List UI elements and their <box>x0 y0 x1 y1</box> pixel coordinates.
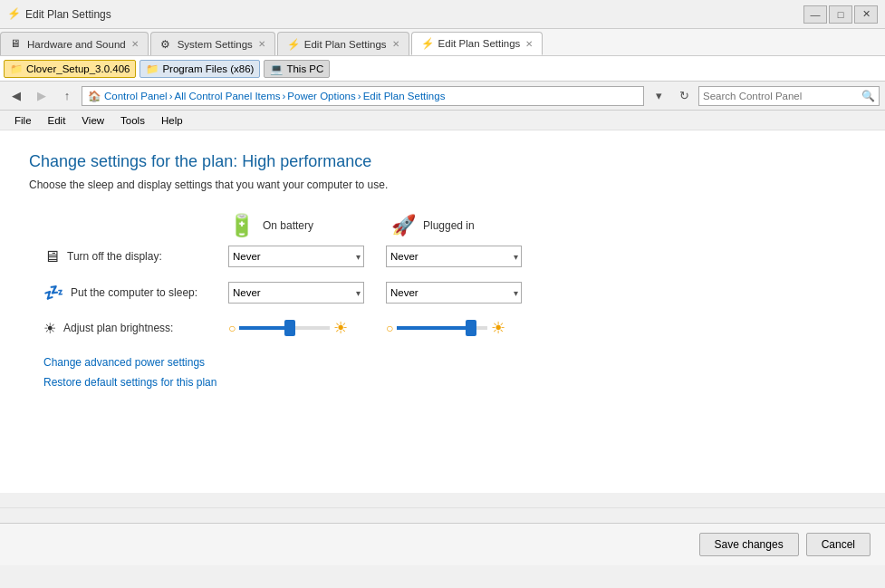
menu-help[interactable]: Help <box>154 113 190 128</box>
address-bar: ◀ ▶ ↑ 🏠 Control Panel › All Control Pane… <box>0 82 885 111</box>
sleep-icon: 💤 <box>43 283 63 303</box>
up-button[interactable]: ↑ <box>56 86 78 106</box>
breadcrumb-sep1: › <box>169 91 173 101</box>
computer-icon: 💻 <box>270 63 283 75</box>
tab-edit2-label: Edit Plan Settings <box>438 38 521 49</box>
brightness-controls: ○ ☀ ○ ☀ <box>228 318 522 338</box>
brightness-plugged-sun-min: ○ <box>386 321 393 335</box>
titlebar: ⚡ Edit Plan Settings — □ ✕ <box>0 0 885 29</box>
sleep-plugged-select[interactable]: Never 1 minute 5 minutes 10 minutes 15 m… <box>386 282 522 304</box>
sleep-label-text: Put the computer to sleep: <box>71 286 197 299</box>
display-row-label: 🖥 Turn off the display: <box>29 247 228 266</box>
qa-clover-label: Clover_Setup_3.0.406 <box>26 63 130 74</box>
display-label-text: Turn off the display: <box>67 250 162 263</box>
tab-edit1-label: Edit Plan Settings <box>304 39 387 50</box>
tab-edit1-close[interactable]: ✕ <box>392 39 399 49</box>
menu-file[interactable]: File <box>7 113 39 128</box>
on-battery-header: 🔋 On battery <box>228 213 391 238</box>
folder-blue-icon: 📁 <box>146 63 159 75</box>
breadcrumb-control-panel[interactable]: Control Panel <box>104 91 168 101</box>
sleep-battery-select-wrap: Never 1 minute 5 minutes 10 minutes 15 m… <box>228 282 364 304</box>
rocket-icon: 🚀 <box>391 214 416 237</box>
tab-system-close[interactable]: ✕ <box>258 39 265 49</box>
address-box[interactable]: 🏠 Control Panel › All Control Panel Item… <box>82 86 644 106</box>
qa-this-pc-label: This PC <box>286 63 323 74</box>
tab-edit1[interactable]: ⚡ Edit Plan Settings ✕ <box>277 32 409 55</box>
qa-this-pc[interactable]: 💻 This PC <box>264 60 330 78</box>
links-section: Change advanced power settings Restore d… <box>29 356 856 389</box>
brightness-plugged-slider[interactable] <box>397 320 487 336</box>
page-title: Change settings for the plan: High perfo… <box>29 152 856 171</box>
forward-button[interactable]: ▶ <box>31 86 53 106</box>
menu-edit[interactable]: Edit <box>41 113 73 128</box>
footer: Save changes Cancel <box>0 523 885 565</box>
brightness-battery-sun-min: ○ <box>228 321 236 335</box>
brightness-plugged-slider-group: ○ ☀ <box>386 318 522 338</box>
menu-tools[interactable]: Tools <box>113 113 152 128</box>
brightness-battery-slider-group: ○ ☀ <box>228 318 364 338</box>
search-input[interactable] <box>703 91 858 101</box>
window-title: Edit Plan Settings <box>25 8 803 21</box>
minimize-button[interactable]: — <box>803 5 827 24</box>
brightness-label-text: Adjust plan brightness: <box>63 322 173 334</box>
menu-bar: File Edit View Tools Help <box>0 111 885 130</box>
search-box[interactable]: 🔍 <box>698 86 880 106</box>
brightness-battery-slider[interactable] <box>239 320 330 336</box>
tab-system[interactable]: ⚙ System Settings ✕ <box>150 32 275 55</box>
hardware-tab-icon: 🖥 <box>10 38 23 51</box>
back-button[interactable]: ◀ <box>5 86 27 106</box>
main-content: Change settings for the plan: High perfo… <box>0 130 885 493</box>
breadcrumb-sep3: › <box>358 91 361 101</box>
qa-program-files[interactable]: 📁 Program Files (x86) <box>139 60 260 78</box>
breadcrumb-power-options[interactable]: Power Options <box>287 91 355 101</box>
display-row: 🖥 Turn off the display: Never 1 minute 5… <box>29 246 856 267</box>
save-button[interactable]: Save changes <box>699 533 799 556</box>
sleep-row: 💤 Put the computer to sleep: Never 1 min… <box>29 282 856 304</box>
brightness-battery-sun-max: ☀ <box>333 318 348 338</box>
display-row-controls: Never 1 minute 5 minutes 10 minutes 15 m… <box>228 246 522 267</box>
dropdown-button[interactable]: ▾ <box>648 86 669 106</box>
tab-bar: 🖥 Hardware and Sound ✕ ⚙ System Settings… <box>0 29 885 56</box>
system-tab-icon: ⚙ <box>160 38 173 51</box>
column-headers: 🔋 On battery 🚀 Plugged in <box>29 213 856 238</box>
window-controls: — □ ✕ <box>803 5 878 24</box>
breadcrumb-edit-plan: Edit Plan Settings <box>363 91 446 101</box>
restore-defaults-link[interactable]: Restore default settings for this plan <box>43 376 856 389</box>
advanced-power-link[interactable]: Change advanced power settings <box>43 356 856 369</box>
tab-edit2-close[interactable]: ✕ <box>525 39 533 49</box>
breadcrumb-sep2: › <box>283 91 286 101</box>
refresh-button[interactable]: ↻ <box>673 86 695 106</box>
tab-system-label: System Settings <box>178 39 253 50</box>
window-icon: ⚡ <box>7 7 22 22</box>
tab-edit2[interactable]: ⚡ Edit Plan Settings ✕ <box>411 32 544 55</box>
on-battery-label: On battery <box>263 219 313 232</box>
sleep-row-controls: Never 1 minute 5 minutes 10 minutes 15 m… <box>228 282 522 304</box>
qa-program-files-label: Program Files (x86) <box>162 63 254 74</box>
breadcrumb-all-items[interactable]: All Control Panel Items <box>175 91 281 101</box>
tab-hardware-label: Hardware and Sound <box>27 39 126 50</box>
menu-view[interactable]: View <box>74 113 111 128</box>
tab-hardware[interactable]: 🖥 Hardware and Sound ✕ <box>0 32 149 55</box>
display-plugged-select[interactable]: Never 1 minute 5 minutes 10 minutes 15 m… <box>386 246 522 267</box>
edit2-tab-icon: ⚡ <box>421 37 434 50</box>
display-battery-select[interactable]: Never 1 minute 5 minutes 10 minutes 15 m… <box>228 246 364 267</box>
search-icon[interactable]: 🔍 <box>861 90 875 102</box>
tab-hardware-close[interactable]: ✕ <box>131 39 139 49</box>
edit1-tab-icon: ⚡ <box>287 38 300 51</box>
brightness-row: ☀ Adjust plan brightness: ○ ☀ ○ <box>29 318 856 338</box>
brightness-row-label: ☀ Adjust plan brightness: <box>29 320 228 337</box>
breadcrumb-home-icon: 🏠 <box>88 90 101 102</box>
sleep-row-label: 💤 Put the computer to sleep: <box>29 283 228 303</box>
qa-clover[interactable]: 📁 Clover_Setup_3.0.406 <box>4 60 136 78</box>
plugged-in-header: 🚀 Plugged in <box>391 214 554 237</box>
display-icon: 🖥 <box>43 247 60 266</box>
maximize-button[interactable]: □ <box>829 5 852 24</box>
display-battery-select-wrap: Never 1 minute 5 minutes 10 minutes 15 m… <box>228 246 364 267</box>
battery-icon: 🔋 <box>228 213 255 238</box>
cancel-button[interactable]: Cancel <box>806 533 871 556</box>
close-button[interactable]: ✕ <box>854 5 878 24</box>
folder-yellow-icon: 📁 <box>10 63 23 75</box>
sleep-battery-select[interactable]: Never 1 minute 5 minutes 10 minutes 15 m… <box>228 282 364 304</box>
display-plugged-select-wrap: Never 1 minute 5 minutes 10 minutes 15 m… <box>386 246 522 267</box>
brightness-icon: ☀ <box>43 320 56 337</box>
